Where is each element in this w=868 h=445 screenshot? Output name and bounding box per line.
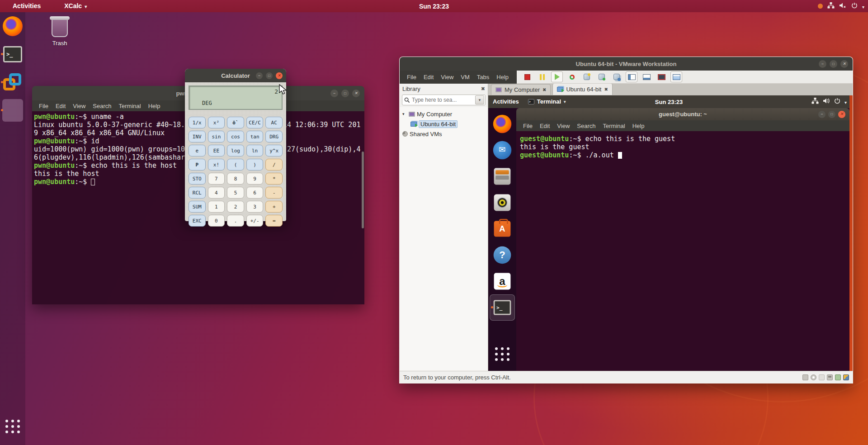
menu-edit[interactable]: Edit [52, 103, 69, 109]
calc-key--[interactable]: +/- [246, 215, 264, 227]
close-button[interactable] [838, 111, 845, 118]
calc-key--[interactable]: ) [246, 159, 264, 170]
calc-key-drg[interactable]: DRG [265, 131, 283, 142]
calc-key-cos[interactable]: cos [227, 131, 244, 142]
device-display-icon[interactable] [843, 374, 849, 380]
calc-key-sin[interactable]: sin [208, 131, 225, 142]
calc-key-sum[interactable]: SUM [189, 201, 206, 213]
dock-item-window-ghost[interactable] [0, 96, 25, 124]
menu-view[interactable]: View [70, 103, 89, 109]
guest-app-menu[interactable]: Terminal [524, 95, 571, 108]
vm-console[interactable]: Activities Terminal Sun 23:23 ▾ A?a gues… [488, 95, 853, 371]
toolbar-fullscreen-button[interactable] [656, 71, 667, 82]
toolbar-revert-snapshot-button[interactable] [596, 71, 608, 82]
app-menu-button[interactable]: XCalc [59, 0, 92, 12]
calc-key-ln[interactable]: ln [246, 145, 264, 156]
menu-view[interactable]: View [554, 123, 573, 129]
clock[interactable]: Sun 23:23 [0, 3, 868, 10]
trash[interactable]: Trash [45, 18, 74, 47]
calc-key-sto[interactable]: STO [189, 173, 206, 185]
dock-item-software[interactable]: A [490, 216, 515, 242]
trash-icon[interactable] [52, 18, 68, 37]
menu-edit[interactable]: Edit [420, 74, 437, 80]
vm-tab-my-computer[interactable]: My Computer [491, 84, 551, 95]
calc-key-9[interactable]: 9 [246, 173, 264, 185]
maximize-button[interactable] [341, 90, 349, 97]
menu-help[interactable]: Help [145, 103, 164, 109]
calc-key-log[interactable]: log [227, 145, 244, 156]
calc-key-ce-c[interactable]: CE/C [246, 117, 264, 128]
guest-terminal-content[interactable]: guest@ubuntu:~$ echo this is the guestth… [516, 131, 849, 371]
dock-item-firefox[interactable] [0, 12, 25, 40]
toolbar-play-button[interactable] [551, 71, 563, 82]
calc-key-3[interactable]: 3 [246, 201, 264, 213]
tree-item-shared-vms[interactable]: Shared VMs [400, 129, 488, 139]
menu-terminal[interactable]: Terminal [116, 103, 144, 109]
device-status-icons[interactable] [800, 374, 849, 380]
menu-tabs[interactable]: Tabs [473, 74, 493, 80]
calc-key--[interactable]: * [265, 173, 283, 185]
toolbar-revert-button[interactable] [566, 71, 578, 82]
calc-key-7[interactable]: 7 [208, 173, 225, 185]
scrollbar-thumb[interactable] [362, 151, 364, 228]
calc-key-x-[interactable]: x! [208, 159, 225, 170]
dock-item-terminal[interactable] [0, 40, 25, 68]
calc-key--[interactable]: ( [227, 159, 244, 170]
tree-item-ubuntu-64-bit[interactable]: Ubuntu 64-bit [400, 119, 488, 129]
minimize-button[interactable] [256, 72, 263, 79]
network-icon[interactable] [811, 98, 819, 106]
guest-activities-button[interactable]: Activities [488, 95, 524, 108]
calc-key--[interactable]: . [227, 215, 244, 227]
device-usb-icon[interactable] [835, 374, 841, 380]
dock-item-help[interactable]: ? [490, 242, 515, 268]
menu-terminal[interactable]: Terminal [600, 123, 628, 129]
search-input[interactable] [412, 97, 466, 103]
calc-key--[interactable]: - [265, 187, 283, 199]
device-sound-icon[interactable] [819, 374, 825, 380]
calc-key-inv[interactable]: INV [189, 131, 206, 142]
calc-key--[interactable]: + [265, 201, 283, 213]
calc-key-2[interactable]: 2 [227, 201, 244, 213]
menu-search[interactable]: Search [574, 123, 599, 129]
toolbar-snapshot-manager-button[interactable] [611, 71, 623, 82]
calc-key--[interactable]: = [265, 215, 283, 227]
calc-key-ee[interactable]: EE [208, 145, 225, 156]
calc-key-y-x[interactable]: y^x [265, 145, 283, 156]
menu-file[interactable]: File [403, 74, 420, 80]
show-applications-button[interactable] [490, 341, 515, 367]
close-button[interactable] [352, 90, 360, 97]
calc-key-8[interactable]: 8 [227, 173, 244, 185]
toolbar-stop-button[interactable] [521, 71, 533, 82]
dock-item-terminal[interactable] [490, 294, 515, 321]
calc-key-6[interactable]: 6 [246, 187, 264, 199]
calc-key-e[interactable]: e [189, 145, 206, 156]
dock-item-rhythmbox[interactable] [490, 189, 515, 216]
minimize-button[interactable] [818, 111, 826, 118]
dock-item-thunderbird[interactable] [490, 137, 515, 163]
notification-dot-icon[interactable] [818, 2, 823, 10]
maximize-button[interactable] [830, 60, 837, 68]
calc-key-5[interactable]: 5 [227, 187, 244, 199]
close-button[interactable] [840, 60, 848, 68]
power-icon[interactable] [834, 98, 840, 106]
tree-item-my-computer[interactable]: My Computer [400, 109, 488, 119]
minimize-button[interactable] [330, 90, 338, 97]
vmware-titlebar[interactable]: Ubuntu 64-bit - VMware Workstation [400, 57, 853, 71]
menu-file[interactable]: File [36, 103, 52, 109]
menu-search[interactable]: Search [90, 103, 114, 109]
activities-button[interactable]: Activities [7, 0, 46, 12]
chevron-down-icon[interactable]: ▾ [844, 98, 847, 106]
vm-tab-ubuntu-64-bit[interactable]: Ubuntu 64-bit [552, 83, 612, 95]
guest-system-tray[interactable]: ▾ [811, 95, 847, 108]
calc-key-0[interactable]: 0 [208, 215, 225, 227]
chevron-down-icon[interactable]: ▾ [862, 2, 864, 10]
network-icon[interactable] [827, 2, 835, 10]
dock-item-amazon[interactable]: a [490, 268, 515, 294]
close-tab-icon[interactable] [604, 87, 608, 92]
toolbar-take-snapshot-button[interactable] [581, 71, 593, 82]
menu-edit[interactable]: Edit [537, 123, 553, 129]
device-printer-icon[interactable] [827, 374, 833, 380]
calc-key--[interactable]: / [265, 159, 283, 170]
guest-terminal-titlebar[interactable]: guest@ubuntu: ~ [516, 108, 849, 120]
menu-help[interactable]: Help [493, 74, 512, 80]
